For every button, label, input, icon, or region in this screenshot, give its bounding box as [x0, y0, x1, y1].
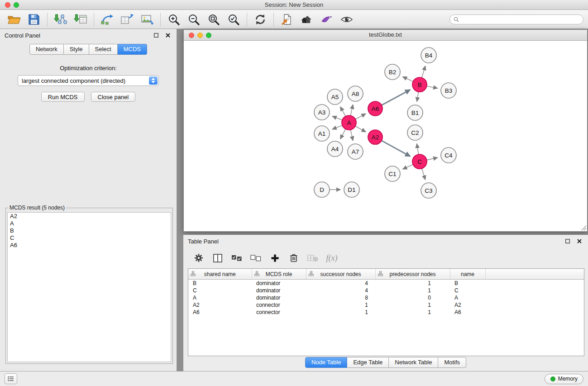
network-edge-A-A7[interactable]	[350, 130, 353, 141]
node-table-cell[interactable]: 4	[306, 287, 375, 294]
network-edge-B-B2[interactable]	[403, 77, 413, 82]
node-table-cell[interactable]: C	[188, 287, 252, 294]
network-node-A6[interactable]: A6	[368, 101, 382, 116]
tab-network[interactable]: Network	[29, 44, 64, 55]
table-settings-button[interactable]	[191, 250, 207, 266]
network-edge-A-A3[interactable]	[332, 116, 342, 120]
network-node-C2[interactable]: C2	[407, 125, 423, 140]
column-header-mcds-role[interactable]: MCDS role	[252, 269, 306, 280]
node-table-cell[interactable]: A	[188, 294, 252, 301]
network-edge-A-A2[interactable]	[355, 126, 366, 132]
search-input[interactable]	[461, 16, 579, 23]
task-history-button[interactable]	[5, 373, 17, 384]
network-edge-C-C1[interactable]	[403, 165, 413, 169]
network-edge-C-C3[interactable]	[422, 168, 425, 180]
float-panel-button[interactable]	[152, 32, 160, 39]
add-column-button[interactable]	[267, 250, 283, 266]
network-node-C4[interactable]: C4	[441, 148, 456, 163]
home-button[interactable]	[297, 11, 316, 28]
network-node-B[interactable]: B	[412, 77, 427, 92]
node-table-cell[interactable]: connector	[252, 301, 306, 309]
network-node-B3[interactable]: B3	[441, 83, 456, 98]
tab-select[interactable]: Select	[89, 44, 118, 55]
node-table-cell[interactable]: 1	[306, 301, 375, 309]
zoom-out-button[interactable]	[184, 11, 203, 28]
delete-table-button[interactable]	[305, 250, 321, 266]
network-node-A2[interactable]: A2	[368, 130, 382, 144]
function-builder-button[interactable]: f(x)	[324, 250, 340, 266]
mcds-result-item[interactable]: A6	[8, 242, 171, 249]
network-edge-B-B3[interactable]	[427, 86, 438, 88]
network-node-B1[interactable]: B1	[407, 105, 423, 120]
close-panel-mcds-button[interactable]: Close panel	[91, 92, 136, 102]
network-edge-A6-B[interactable]	[382, 90, 410, 105]
node-table-cell[interactable]: 1	[306, 309, 375, 316]
node-table-cell[interactable]: B	[188, 280, 252, 287]
node-table-row[interactable]: Adominator80A	[188, 294, 584, 301]
network-edge-A-A4[interactable]	[340, 129, 346, 139]
zoom-in-button[interactable]	[164, 11, 183, 28]
close-window-button[interactable]	[5, 2, 10, 8]
import-table-button[interactable]	[71, 11, 90, 28]
select-all-button[interactable]	[229, 250, 245, 266]
close-network-window-button[interactable]	[189, 33, 194, 38]
deselect-all-button[interactable]	[248, 250, 264, 266]
tab-motifs[interactable]: Motifs	[438, 357, 466, 368]
network-edge-B-B1[interactable]	[417, 92, 419, 102]
column-header-predecessor-nodes[interactable]: predecessor nodes	[375, 269, 450, 280]
network-node-A3[interactable]: A3	[314, 105, 330, 120]
save-session-button[interactable]	[24, 11, 43, 28]
node-table-cell[interactable]: 0	[375, 294, 450, 301]
refresh-button[interactable]	[251, 11, 270, 28]
node-table-cell[interactable]: A6	[188, 309, 252, 316]
run-mcds-button[interactable]: Run MCDS	[41, 92, 85, 102]
network-edge-A-A8[interactable]	[350, 105, 353, 115]
memory-button[interactable]: Memory	[545, 374, 583, 384]
close-panel-button[interactable]	[164, 32, 172, 39]
node-table-cell[interactable]: 1	[375, 309, 450, 316]
network-node-A5[interactable]: A5	[327, 89, 343, 105]
node-table-cell[interactable]: 1	[375, 280, 450, 287]
node-table-cell[interactable]: 4	[306, 280, 375, 287]
node-table-row[interactable]: A2connector11A2	[188, 301, 584, 309]
snapshot-button[interactable]	[277, 11, 296, 28]
zoom-window-button[interactable]	[14, 2, 19, 8]
node-table-cell[interactable]: B	[450, 280, 485, 287]
network-node-A[interactable]: A	[342, 115, 356, 130]
export-table-button[interactable]	[118, 11, 137, 28]
network-canvas[interactable]: B4B2BB3A8A5A6A3B1AC2A1A2A4A7C4CC1C3DD1	[184, 41, 587, 231]
network-edge-A-A1[interactable]	[332, 125, 342, 129]
close-table-panel-button[interactable]	[575, 238, 583, 245]
network-edge-A-A5[interactable]	[340, 107, 346, 116]
float-table-panel-button[interactable]	[564, 238, 572, 245]
node-table-cell[interactable]: connector	[252, 309, 306, 316]
mcds-result-item[interactable]: C	[8, 234, 171, 242]
tab-edge-table[interactable]: Edge Table	[347, 357, 389, 368]
minimize-network-window-button[interactable]	[197, 33, 203, 38]
mcds-result-item[interactable]: A2	[8, 213, 171, 220]
network-node-A8[interactable]: A8	[348, 86, 363, 101]
zoom-fit-button[interactable]	[204, 11, 223, 28]
tab-style[interactable]: Style	[64, 44, 89, 55]
delete-column-button[interactable]	[286, 250, 302, 266]
tab-network-table[interactable]: Network Table	[389, 357, 438, 368]
node-table-row[interactable]: A6connector11A6	[188, 309, 584, 316]
network-node-D[interactable]: D	[314, 182, 330, 197]
column-header-name[interactable]: name	[450, 269, 485, 280]
node-table-cell[interactable]: A6	[450, 309, 485, 316]
network-node-C1[interactable]: C1	[385, 166, 400, 181]
node-table-cell[interactable]: 1	[375, 287, 450, 294]
node-table-cell[interactable]: 1	[375, 301, 450, 309]
node-table-cell[interactable]: dominator	[252, 287, 306, 294]
network-node-A7[interactable]: A7	[348, 144, 363, 159]
column-header-shared-name[interactable]: shared name	[188, 269, 252, 280]
network-edge-B-B4[interactable]	[422, 66, 425, 78]
network-node-D1[interactable]: D1	[344, 182, 359, 197]
network-node-B2[interactable]: B2	[385, 64, 400, 80]
network-edge-C-C2[interactable]	[417, 144, 419, 155]
node-table-cell[interactable]: A2	[188, 301, 252, 309]
node-table-cell[interactable]: C	[450, 287, 485, 294]
network-node-B4[interactable]: B4	[421, 48, 436, 63]
open-file-button[interactable]	[5, 11, 24, 28]
zoom-selected-button[interactable]	[224, 11, 243, 28]
